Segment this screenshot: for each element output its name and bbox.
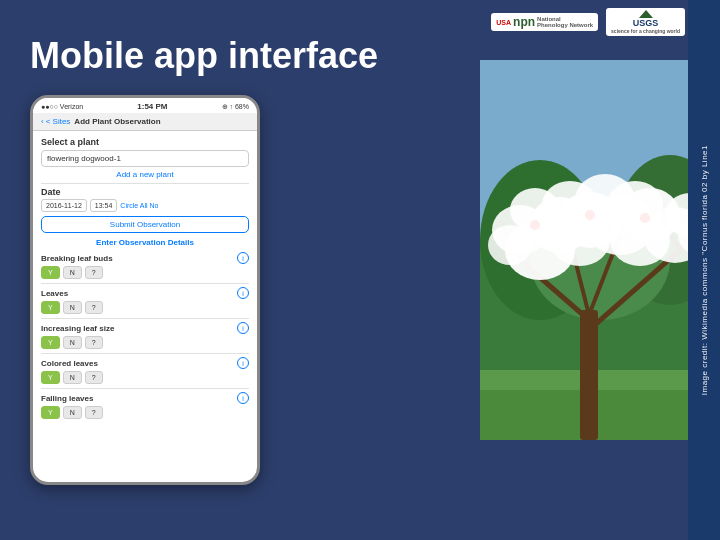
obs-buttons: Y N ? — [41, 266, 249, 279]
svg-rect-35 — [580, 355, 598, 440]
plant-input[interactable]: flowering dogwood-1 — [41, 150, 249, 167]
svg-point-30 — [530, 220, 540, 230]
status-battery: ⊕ ↑ 68% — [222, 103, 249, 111]
obs-info-icon[interactable]: i — [237, 322, 249, 334]
npn-label: npn — [513, 15, 535, 29]
obs-name: Falling leaves — [41, 394, 93, 403]
obs-label-row: Leaves i — [41, 287, 249, 299]
obs-btn-y[interactable]: Y — [41, 301, 60, 314]
obs-btn-q[interactable]: ? — [85, 301, 103, 314]
obs-btn-y[interactable]: Y — [41, 371, 60, 384]
usgs-icon-container: USGS science for a changing world — [611, 10, 680, 34]
observations-list: Breaking leaf buds i Y N ? Leave — [41, 252, 249, 419]
obs-row: Colored leaves i Y N ? — [41, 357, 249, 384]
obs-name: Colored leaves — [41, 359, 98, 368]
divider-2 — [41, 283, 249, 284]
usgs-label: USGS — [633, 18, 659, 28]
obs-name: Increasing leaf size — [41, 324, 114, 333]
obs-btn-n[interactable]: N — [63, 336, 82, 349]
right-panel: USA npn NationalPhenology Network USGS s… — [480, 0, 720, 540]
obs-row: Increasing leaf size i Y N ? — [41, 322, 249, 349]
status-carrier: ●●○○ Verizon — [41, 103, 83, 110]
usa-label: USA — [496, 19, 511, 26]
circle-button[interactable]: Circle All No — [120, 202, 158, 209]
usgs-subtitle: science for a changing world — [611, 28, 680, 34]
usgs-triangle-icon — [639, 10, 653, 18]
credit-text: Image credit: Wikimedia commons "Cornus … — [700, 145, 709, 395]
date-label: Date — [41, 187, 249, 197]
divider-4 — [41, 353, 249, 354]
phone-mockup: ●●○○ Verizon 1:54 PM ⊕ ↑ 68% ‹ < Sites A… — [30, 95, 260, 485]
dogwood-photo — [480, 60, 720, 440]
obs-buttons: Y N ? — [41, 336, 249, 349]
obs-btn-n[interactable]: N — [63, 266, 82, 279]
obs-row: Breaking leaf buds i Y N ? — [41, 252, 249, 279]
date-input[interactable]: 2016-11-12 — [41, 199, 87, 212]
add-plant-link[interactable]: Add a new plant — [41, 170, 249, 179]
slide: Mobile app interface ●●○○ Verizon 1:54 P… — [0, 0, 720, 540]
obs-btn-q[interactable]: ? — [85, 266, 103, 279]
obs-row: Falling leaves i Y N ? — [41, 392, 249, 419]
obs-label-row: Falling leaves i — [41, 392, 249, 404]
obs-btn-q[interactable]: ? — [85, 371, 103, 384]
nav-back-label[interactable]: < Sites — [46, 117, 71, 126]
submit-button[interactable]: Submit Observation — [41, 216, 249, 233]
npn-logo: USA npn NationalPhenology Network — [491, 13, 598, 31]
phone-nav-bar[interactable]: ‹ < Sites Add Plant Observation — [33, 113, 257, 131]
slide-title: Mobile app interface — [30, 35, 460, 77]
obs-info-icon[interactable]: i — [237, 357, 249, 369]
obs-name: Breaking leaf buds — [41, 254, 113, 263]
npn-subtitle: NationalPhenology Network — [537, 16, 593, 28]
divider-3 — [41, 318, 249, 319]
obs-buttons: Y N ? — [41, 406, 249, 419]
obs-buttons: Y N ? — [41, 301, 249, 314]
obs-label-row: Increasing leaf size i — [41, 322, 249, 334]
obs-btn-y[interactable]: Y — [41, 406, 60, 419]
obs-info-icon[interactable]: i — [237, 392, 249, 404]
obs-info-icon[interactable]: i — [237, 252, 249, 264]
obs-label-row: Colored leaves i — [41, 357, 249, 369]
obs-btn-y[interactable]: Y — [41, 266, 60, 279]
obs-label-row: Breaking leaf buds i — [41, 252, 249, 264]
obs-info-icon[interactable]: i — [237, 287, 249, 299]
obs-name: Leaves — [41, 289, 68, 298]
status-time: 1:54 PM — [137, 102, 167, 111]
date-section: Date 2016-11-12 13:54 Circle All No — [41, 187, 249, 212]
svg-point-28 — [550, 214, 610, 266]
phone-content: Select a plant flowering dogwood-1 Add a… — [33, 131, 257, 429]
svg-point-31 — [585, 210, 595, 220]
obs-row: Leaves i Y N ? — [41, 287, 249, 314]
svg-point-26 — [488, 225, 532, 265]
top-logos: USA npn NationalPhenology Network USGS s… — [491, 8, 685, 36]
svg-rect-34 — [480, 390, 720, 440]
side-credit-bar: Image credit: Wikimedia commons "Cornus … — [688, 0, 720, 540]
svg-point-29 — [610, 214, 670, 266]
obs-details-title: Enter Observation Details — [41, 238, 249, 247]
obs-btn-q[interactable]: ? — [85, 336, 103, 349]
svg-point-32 — [640, 213, 650, 223]
obs-buttons: Y N ? — [41, 371, 249, 384]
usgs-logo: USGS science for a changing world — [606, 8, 685, 36]
divider-5 — [41, 388, 249, 389]
phone-status-bar: ●●○○ Verizon 1:54 PM ⊕ ↑ 68% — [33, 98, 257, 113]
divider-1 — [41, 183, 249, 184]
select-plant-label: Select a plant — [41, 137, 249, 147]
back-icon: ‹ — [41, 117, 44, 126]
time-input[interactable]: 13:54 — [90, 199, 118, 212]
obs-btn-y[interactable]: Y — [41, 336, 60, 349]
left-panel: Mobile app interface ●●○○ Verizon 1:54 P… — [0, 0, 480, 540]
obs-btn-n[interactable]: N — [63, 371, 82, 384]
obs-btn-n[interactable]: N — [63, 301, 82, 314]
nav-title: Add Plant Observation — [74, 117, 160, 126]
obs-btn-q[interactable]: ? — [85, 406, 103, 419]
obs-btn-n[interactable]: N — [63, 406, 82, 419]
date-row: 2016-11-12 13:54 Circle All No — [41, 199, 249, 212]
